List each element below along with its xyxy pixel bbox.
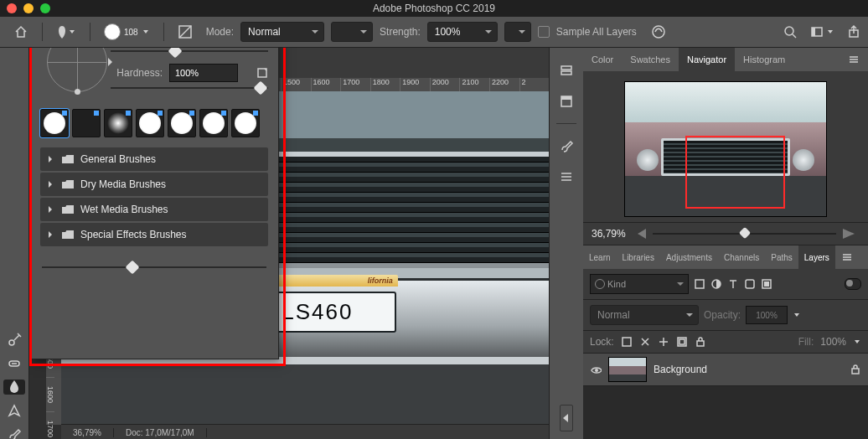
top-panel-tabs: Color Swatches Navigator Histogram <box>583 48 868 71</box>
thumbnail-size-slider[interactable] <box>42 261 266 273</box>
layer-name[interactable]: Background <box>654 364 707 375</box>
brush-folder[interactable]: General Brushes <box>40 147 268 171</box>
tab-color[interactable]: Color <box>583 48 622 71</box>
brush-tool[interactable] <box>3 426 25 439</box>
brush-preview-icon <box>104 23 121 40</box>
navigator-zoom-value[interactable]: 36,79% <box>592 228 626 240</box>
brush-preset[interactable] <box>136 109 164 137</box>
panel-menu-button[interactable] <box>840 48 868 71</box>
brush-preset[interactable] <box>231 109 260 137</box>
tab-swatches[interactable]: Swatches <box>622 48 679 71</box>
lock-artboard-icon[interactable] <box>676 336 688 348</box>
filter-toggle[interactable] <box>845 278 861 290</box>
tool-preset-picker[interactable] <box>49 21 83 43</box>
separator <box>90 23 90 41</box>
tab-navigator[interactable]: Navigator <box>679 48 735 71</box>
pen-tool[interactable] <box>3 403 25 418</box>
svg-rect-13 <box>561 96 571 100</box>
lock-position-icon[interactable] <box>658 336 669 348</box>
lock-transparency-icon[interactable] <box>621 336 633 348</box>
document-info[interactable]: Doc: 17,0M/17,0M <box>114 428 207 437</box>
brush-settings-panel-icon[interactable] <box>555 164 578 188</box>
history-panel-icon[interactable] <box>555 59 578 83</box>
navigator-panel: 7RLS460 <box>583 71 868 222</box>
tab-paths[interactable]: Paths <box>765 245 798 269</box>
layers-empty-area[interactable] <box>583 386 868 439</box>
layer-thumbnail[interactable] <box>608 357 647 382</box>
filter-pixel-icon[interactable] <box>694 278 705 290</box>
filter-smart-icon[interactable] <box>761 278 772 290</box>
close-window-button[interactable] <box>7 3 17 13</box>
tab-layers[interactable]: Layers <box>798 245 835 269</box>
visibility-eye-icon[interactable] <box>590 364 602 375</box>
brush-folder[interactable]: Special Effects Brushes <box>40 223 268 246</box>
blend-mode-extra-select[interactable] <box>331 22 373 42</box>
blend-mode-select[interactable]: Normal <box>240 22 324 42</box>
maximize-window-button[interactable] <box>40 3 50 13</box>
folder-icon <box>62 230 74 239</box>
brush-preset[interactable] <box>104 109 132 137</box>
strength-select[interactable]: 100% <box>427 22 498 42</box>
collapsed-dock <box>549 48 583 439</box>
workspace-switcher[interactable] <box>809 24 834 39</box>
tab-learn[interactable]: Learn <box>583 245 617 269</box>
brush-angle-control[interactable] <box>47 48 107 92</box>
tools-panel <box>0 48 29 439</box>
brush-preset[interactable] <box>199 109 228 137</box>
home-button[interactable] <box>7 21 35 43</box>
properties-panel-icon[interactable] <box>555 90 578 113</box>
tab-adjustments[interactable]: Adjustments <box>660 245 718 269</box>
zoom-level[interactable]: 36,79% <box>61 428 114 437</box>
svg-point-23 <box>595 369 598 372</box>
healing-brush-tool[interactable] <box>3 356 25 371</box>
brush-folder[interactable]: Dry Media Brushes <box>40 173 268 196</box>
filter-adjust-icon[interactable] <box>710 278 722 290</box>
zoom-in-icon[interactable] <box>843 229 860 239</box>
share-button[interactable] <box>846 24 861 39</box>
brush-preset[interactable] <box>72 109 101 137</box>
brushes-panel-icon[interactable] <box>555 134 578 158</box>
brush-preset[interactable] <box>168 109 196 137</box>
status-bar: 36,79% Doc: 17,0M/17,0M <box>61 424 549 439</box>
layer-blend-mode-select[interactable]: Normal <box>590 305 699 325</box>
svg-point-6 <box>9 340 14 345</box>
color-sampler-tool[interactable] <box>3 333 25 348</box>
layer-row-background[interactable]: Background <box>583 354 868 386</box>
brush-hardness-slider[interactable] <box>111 82 268 94</box>
minimize-window-button[interactable] <box>23 3 34 13</box>
lock-pixels-icon[interactable] <box>639 336 651 348</box>
zoom-out-icon[interactable] <box>633 229 646 239</box>
layer-fill-input[interactable]: 100% <box>820 336 846 348</box>
search-button[interactable] <box>783 24 798 39</box>
panels-column: Color Swatches Navigator Histogram 7RLS4… <box>583 48 868 439</box>
brush-hardness-input[interactable]: 100% <box>169 64 238 82</box>
navigator-footer: 36,79% <box>583 222 868 245</box>
panel-menu-button[interactable] <box>835 245 859 269</box>
navigator-thumbnail[interactable]: 7RLS460 <box>624 81 827 217</box>
tab-libraries[interactable]: Libraries <box>617 245 660 269</box>
chevron-right-icon <box>49 231 55 238</box>
window-titlebar: Adobe Photoshop CC 2019 <box>0 0 868 17</box>
brush-preset-picker[interactable]: 108 <box>97 21 157 43</box>
tab-histogram[interactable]: Histogram <box>735 48 793 71</box>
expand-dock-button[interactable] <box>560 405 573 431</box>
filter-shape-icon[interactable] <box>744 278 756 290</box>
brush-preset[interactable] <box>40 109 69 137</box>
blur-tool[interactable] <box>3 380 25 395</box>
svg-rect-4 <box>812 28 815 36</box>
sample-all-layers-checkbox[interactable] <box>538 26 550 38</box>
pressure-toggle-button[interactable] <box>643 21 674 43</box>
brush-settings-button[interactable] <box>171 21 199 43</box>
strength-slider-flyout[interactable] <box>504 22 531 42</box>
layer-filter-kind[interactable]: Kind <box>590 274 689 294</box>
layer-opacity-input[interactable]: 100% <box>746 306 788 324</box>
filter-type-icon[interactable] <box>727 278 739 290</box>
new-preset-icon[interactable] <box>256 67 268 79</box>
brush-size-slider[interactable] <box>111 48 268 57</box>
svg-point-1 <box>653 26 664 38</box>
lock-all-icon[interactable] <box>695 336 706 348</box>
navigator-zoom-slider[interactable] <box>653 228 836 240</box>
tab-channels[interactable]: Channels <box>718 245 765 269</box>
navigator-view-box[interactable] <box>685 136 785 209</box>
brush-folder[interactable]: Wet Media Brushes <box>40 198 268 221</box>
